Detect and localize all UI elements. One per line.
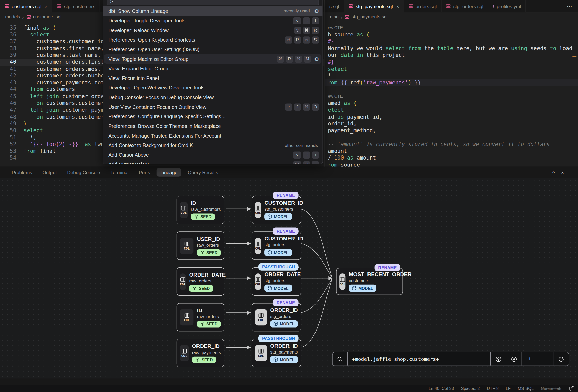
lineage-canvas[interactable]: COLIDraw_customersSEEDRENAMECOLCUSTOMER_… bbox=[0, 178, 578, 378]
command-item-13[interactable]: Accounts: Manage Trusted Extensions For … bbox=[103, 131, 323, 140]
status-spaces[interactable]: Spaces: 2 bbox=[461, 386, 480, 391]
zoom-out-button[interactable]: − bbox=[537, 352, 553, 366]
command-item-6[interactable]: View: Expand Editor Group bbox=[103, 64, 323, 73]
code-line[interactable]: order_id, bbox=[325, 120, 578, 127]
focus-target-icon-button[interactable] bbox=[506, 352, 522, 366]
codelens-label[interactable]: ew CTE bbox=[328, 24, 343, 31]
panel-tab-debug-console[interactable]: Debug Console bbox=[63, 168, 104, 176]
keycap: ↑ bbox=[312, 151, 319, 158]
command-item-10[interactable]: User View Container: Focus on Outline Vi… bbox=[103, 102, 323, 112]
code-line[interactable] bbox=[325, 86, 578, 93]
command-item-1[interactable]: Developer: Toggle Developer Tools⌥⌘I bbox=[103, 16, 323, 25]
panel-tab-terminal[interactable]: Terminal bbox=[107, 168, 132, 176]
more-tabs-button[interactable]: ⋯ bbox=[561, 0, 578, 12]
code-line[interactable]: #- bbox=[325, 38, 578, 45]
seed-badge: SEED bbox=[189, 285, 213, 291]
zoom-in-button[interactable]: + bbox=[522, 352, 537, 366]
code-line[interactable]: amount bbox=[325, 148, 578, 155]
breadcrumb-file[interactable]: customers.sql bbox=[33, 14, 62, 19]
lineage-node-customers-most_recent_order[interactable]: RENAMECOLMOST_RECENT_ORDERcustomersMODEL bbox=[336, 268, 403, 295]
command-item-12[interactable]: Preferences: Browse Color Themes in Mark… bbox=[103, 121, 323, 131]
code-line[interactable]: select bbox=[325, 66, 578, 72]
tab-profiles-yml[interactable]: !profiles.yml bbox=[488, 0, 526, 12]
aperture-icon-button[interactable] bbox=[491, 352, 506, 366]
code-line[interactable] bbox=[325, 134, 578, 141]
code-line[interactable]: rom {{ ref('raw_payments') }} bbox=[325, 79, 578, 86]
lineage-node-stg_orders-order_id[interactable]: RENAMECOLORDER_IDstg_ordersMODEL bbox=[252, 303, 301, 331]
code-line[interactable]: rom source bbox=[325, 162, 578, 167]
tab-customers-sql[interactable]: customers.sql× bbox=[0, 0, 52, 12]
lineage-node-raw_orders-order_date[interactable]: COLORDER_DATEraw_ordersSEED bbox=[177, 267, 224, 296]
lineage-node-raw_customers-id[interactable]: COLIDraw_customersSEED bbox=[177, 196, 224, 224]
code-line[interactable]: #} bbox=[325, 59, 578, 66]
tab-orders-sql[interactable]: orders.sql bbox=[404, 0, 442, 12]
lineage-node-stg_payments-order_id[interactable]: PASSTHROUGHCOLORDER_IDstg_paymentsMODEL bbox=[252, 339, 301, 367]
code-line[interactable]: our data in this project bbox=[325, 52, 578, 59]
command-item-2[interactable]: Developer: Reload Window⇧⌘R bbox=[103, 25, 323, 35]
scrollbar-modified-marker bbox=[572, 56, 576, 57]
codelens-label[interactable]: ew CTE bbox=[328, 93, 343, 100]
lineage-node-stg_orders-customer_id[interactable]: RENAMECOLCUSTOMER_IDstg_ordersMODEL bbox=[252, 231, 301, 260]
panel-tab-problems[interactable]: Problems bbox=[8, 168, 36, 176]
command-item-11[interactable]: Preferences: Configure Language Specific… bbox=[103, 112, 323, 121]
status-ln[interactable]: Ln 40, Col 33 bbox=[429, 386, 454, 391]
command-item-16[interactable]: Add Cursor Below⌥⌘↓ bbox=[103, 160, 323, 164]
code-line[interactable]: / 100 as amount bbox=[325, 155, 578, 162]
lineage-node-raw_payments-order_id[interactable]: COLORDER_IDraw_paymentsSEED bbox=[177, 339, 224, 367]
command-item-5[interactable]: View: Toggle Maximize Editor Group⌘R⌘M⚙ bbox=[104, 54, 321, 64]
tab-s-sql[interactable]: s.sql bbox=[325, 0, 344, 12]
panel-collapse-icon[interactable]: ^ bbox=[552, 169, 555, 175]
lineage-search-input[interactable]: +model.jaffle_shop.customers+ bbox=[348, 352, 490, 366]
gear-icon[interactable]: ⚙ bbox=[314, 56, 319, 62]
command-item-15[interactable]: Add Cursor Above⌥⌘↑ bbox=[103, 150, 323, 160]
keycap: R bbox=[286, 56, 293, 62]
lineage-node-stg_orders-order_date[interactable]: PASSTHROUGHCOLORDER_DATEstg_ordersMODEL bbox=[252, 267, 301, 296]
panel-close-icon[interactable]: × bbox=[561, 169, 564, 175]
close-icon[interactable]: × bbox=[45, 4, 47, 9]
code-line[interactable]: Normally we would select from the table … bbox=[325, 45, 578, 52]
command-item-0[interactable]: dbt: Show Column Lineagerecently used⚙ bbox=[103, 6, 323, 16]
code-editor-stg-payments[interactable]: ew CTEh source as (#-Normally we would s… bbox=[325, 23, 578, 167]
code-line[interactable]: * bbox=[325, 72, 578, 79]
command-item-3[interactable]: Preferences: Open Keyboard Shortcuts⌘R⌘S bbox=[103, 35, 323, 45]
code-line[interactable]: h source as ( bbox=[325, 31, 578, 38]
tab-label: s.sql bbox=[329, 4, 339, 9]
code-line[interactable]: elect bbox=[325, 107, 578, 113]
gear-icon[interactable]: ⚙ bbox=[314, 8, 319, 14]
codelens-line[interactable]: ew CTE bbox=[325, 24, 578, 31]
tab-stg-customers[interactable]: stg_customers bbox=[52, 0, 100, 12]
tab-stg-payments-sql[interactable]: stg_payments.sql× bbox=[344, 0, 404, 12]
lineage-node-stg_customers-customer_id[interactable]: RENAMECOLCUSTOMER_IDstg_customersMODEL bbox=[252, 196, 301, 224]
command-item-8[interactable]: Developer: Open Webview Developer Tools bbox=[103, 83, 323, 93]
code-line[interactable]: -- `amount` is currently stored in cents… bbox=[325, 141, 578, 148]
command-item-7[interactable]: View: Focus into Panel bbox=[103, 73, 323, 83]
tab-stg-orders-sql[interactable]: stg_orders.sql bbox=[441, 0, 488, 12]
line-text: order_id, bbox=[328, 120, 357, 127]
code-line[interactable]: payment_method, bbox=[325, 127, 578, 134]
status-lf[interactable]: LF bbox=[506, 386, 511, 391]
lineage-node-raw_orders-user_id[interactable]: COLUSER_IDraw_ordersSEED bbox=[177, 231, 224, 260]
breadcrumb-file[interactable]: stg_payments.sql bbox=[352, 14, 388, 19]
status-utf-8[interactable]: UTF-8 bbox=[487, 386, 499, 391]
command-input[interactable]: > bbox=[107, 0, 319, 5]
panel-tab-ports[interactable]: Ports bbox=[135, 168, 154, 176]
codelens-line[interactable]: ew CTE bbox=[325, 93, 578, 100]
status-ms[interactable]: MS SQL bbox=[518, 386, 534, 391]
command-item-9[interactable]: Debug Console: Focus on Debug Console Vi… bbox=[103, 93, 323, 102]
code-line[interactable]: amed as ( bbox=[325, 100, 578, 107]
command-label: View: Expand Editor Group bbox=[108, 66, 168, 71]
panel-tab-query-results[interactable]: Query Results bbox=[184, 168, 222, 176]
code-line[interactable]: id as payment_id, bbox=[325, 113, 578, 120]
panel-tab-lineage[interactable]: Lineage bbox=[157, 168, 181, 176]
close-icon[interactable]: × bbox=[396, 4, 399, 9]
refresh-button[interactable] bbox=[553, 352, 569, 366]
lineage-node-raw_orders-id[interactable]: COLIDraw_ordersSEED bbox=[177, 303, 224, 331]
notifications-bell-icon[interactable] bbox=[568, 386, 573, 391]
breadcrumb-folder[interactable]: ging bbox=[330, 14, 339, 19]
status-cursor-tab[interactable]: Cursor Tab bbox=[541, 386, 561, 391]
command-item-14[interactable]: Add Context to Background for Cmd Kother… bbox=[103, 140, 323, 150]
breadcrumb-right[interactable]: ging › stg_payments.sql bbox=[325, 13, 578, 21]
breadcrumb-folder[interactable]: models bbox=[5, 14, 20, 19]
panel-tab-output[interactable]: Output bbox=[39, 168, 60, 176]
command-item-4[interactable]: Preferences: Open User Settings (JSON) bbox=[103, 45, 323, 54]
